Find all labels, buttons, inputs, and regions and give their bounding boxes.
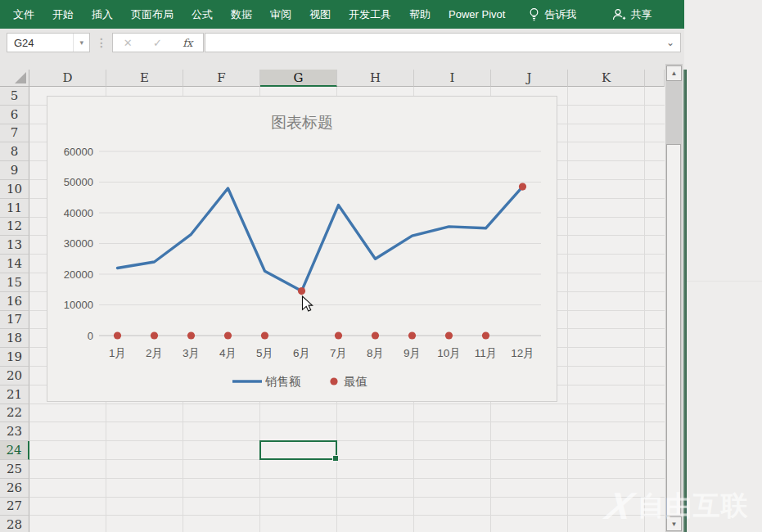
row-header-13[interactable]: 13 [0, 236, 29, 255]
legend-label-extreme[interactable]: 最值 [344, 375, 367, 388]
share-button[interactable]: 共享 [603, 0, 661, 29]
row-header-23[interactable]: 23 [0, 422, 29, 441]
ribbon-tab-8[interactable]: 开发工具 [340, 0, 400, 29]
series-dot-extreme[interactable] [372, 331, 379, 339]
formula-input[interactable]: ⌄ [205, 33, 681, 52]
share-label: 共享 [630, 0, 652, 29]
lightbulb-icon [528, 7, 540, 21]
series-dot-extreme[interactable] [114, 331, 121, 339]
row-header-20[interactable]: 20 [0, 367, 29, 385]
column-header-partial[interactable] [645, 70, 665, 87]
x-tick-label: 3月 [183, 347, 200, 359]
scroll-down-icon: ▼ [671, 521, 678, 528]
row-header-17[interactable]: 17 [0, 311, 29, 330]
y-tick-label: 0 [88, 330, 93, 342]
series-dot-extreme[interactable] [224, 331, 232, 339]
ribbon-tab-power-pivot[interactable]: Power Pivot [440, 0, 514, 29]
y-tick-label: 10000 [64, 299, 93, 311]
x-tick-label: 9月 [404, 347, 421, 359]
select-all-button[interactable] [0, 70, 29, 87]
series-dot-extreme[interactable] [151, 331, 158, 339]
vertical-scrollbar-thumb[interactable] [666, 144, 681, 516]
name-box-dropdown-icon[interactable]: ▾ [73, 34, 89, 52]
ribbon-tab-7[interactable]: 视图 [300, 0, 340, 29]
ribbon-tab-4[interactable]: 公式 [183, 0, 222, 29]
column-header-g[interactable]: G [260, 70, 337, 87]
row-header-22[interactable]: 22 [0, 404, 29, 423]
ribbon-tab-2[interactable]: 插入 [83, 0, 122, 29]
row-header-16[interactable]: 16 [0, 292, 29, 311]
row-header-14[interactable]: 14 [0, 255, 29, 273]
column-header-d[interactable]: D [29, 70, 106, 87]
column-header-e[interactable]: E [106, 70, 183, 87]
share-person-icon [612, 8, 626, 21]
chart-title[interactable]: 图表标题 [271, 114, 333, 131]
select-all-icon [15, 72, 26, 83]
column-header-f[interactable]: F [183, 70, 260, 87]
row-header-24[interactable]: 24 [0, 441, 29, 460]
row-header-9[interactable]: 9 [0, 161, 29, 180]
x-tick-label: 12月 [511, 347, 534, 359]
row-header-7[interactable]: 7 [0, 124, 29, 143]
x-tick-label: 8月 [367, 347, 384, 359]
row-header-11[interactable]: 11 [0, 199, 29, 218]
y-tick-label: 40000 [64, 207, 93, 219]
mouse-cursor-icon [303, 296, 313, 311]
series-dot-extreme[interactable] [335, 331, 342, 339]
series-dot-extreme[interactable] [408, 331, 416, 339]
row-header-8[interactable]: 8 [0, 142, 29, 161]
row-header-5[interactable]: 5 [0, 87, 29, 106]
x-tick-label: 10月 [437, 347, 461, 359]
name-box[interactable]: G24 ▾ [7, 33, 90, 52]
row-header-28[interactable]: 28 [0, 516, 29, 532]
scroll-up-button[interactable]: ▲ [666, 65, 682, 81]
name-box-value: G24 [7, 37, 73, 49]
legend-label-sales[interactable]: 销售额 [264, 375, 301, 388]
window-edge [683, 70, 687, 532]
row-header-27[interactable]: 27 [0, 498, 29, 516]
series-dot-extreme[interactable] [445, 331, 453, 339]
ribbon-tab-0[interactable]: 文件 [4, 0, 43, 29]
tell-me-label: 告诉我 [544, 0, 576, 29]
x-tick-label: 7月 [330, 347, 347, 359]
series-dot-extreme[interactable] [519, 183, 526, 191]
ribbon-tab-3[interactable]: 页面布局 [122, 0, 183, 29]
column-header-k[interactable]: K [568, 70, 645, 87]
row-header-19[interactable]: 19 [0, 348, 29, 367]
desktop-divider [684, 281, 762, 282]
chart-object[interactable]: 图表标题01000020000300004000050000600001月2月3… [47, 96, 557, 402]
y-tick-label: 50000 [64, 176, 93, 188]
ribbon-tab-6[interactable]: 审阅 [261, 0, 300, 29]
ribbon-tab-9[interactable]: 帮助 [400, 0, 440, 29]
scroll-up-icon: ▲ [671, 70, 678, 77]
legend-dot-sample [330, 377, 337, 385]
column-header-h[interactable]: H [337, 70, 414, 87]
tell-me-button[interactable]: 告诉我 [519, 0, 585, 29]
column-header-j[interactable]: J [491, 70, 568, 87]
row-header-6[interactable]: 6 [0, 106, 29, 124]
scroll-down-button[interactable]: ▼ [666, 516, 682, 531]
cancel-icon[interactable]: ✕ [124, 37, 133, 49]
row-header-12[interactable]: 12 [0, 218, 29, 237]
selected-cell-g24[interactable] [259, 440, 337, 460]
row-header-15[interactable]: 15 [0, 273, 29, 292]
fill-handle[interactable] [332, 455, 339, 462]
ribbon-tab-5[interactable]: 数据 [222, 0, 261, 29]
column-header-i[interactable]: I [414, 70, 491, 87]
series-dot-extreme[interactable] [482, 331, 489, 339]
series-dot-extreme[interactable] [298, 287, 305, 295]
row-header-10[interactable]: 10 [0, 180, 29, 199]
series-line-sales[interactable] [118, 187, 523, 291]
ribbon-tab-1[interactable]: 开始 [43, 0, 83, 29]
formula-expand-icon[interactable]: ⌄ [666, 37, 680, 48]
row-header-25[interactable]: 25 [0, 460, 29, 479]
series-dot-extreme[interactable] [187, 331, 195, 339]
insert-function-icon[interactable]: fx [183, 37, 192, 49]
x-tick-label: 4月 [219, 347, 237, 359]
row-header-26[interactable]: 26 [0, 479, 29, 498]
row-header-18[interactable]: 18 [0, 329, 29, 348]
enter-icon[interactable]: ✓ [153, 37, 162, 49]
series-dot-extreme[interactable] [261, 331, 268, 339]
row-header-21[interactable]: 21 [0, 385, 29, 404]
line-chart: 图表标题01000020000300004000050000600001月2月3… [47, 97, 557, 401]
